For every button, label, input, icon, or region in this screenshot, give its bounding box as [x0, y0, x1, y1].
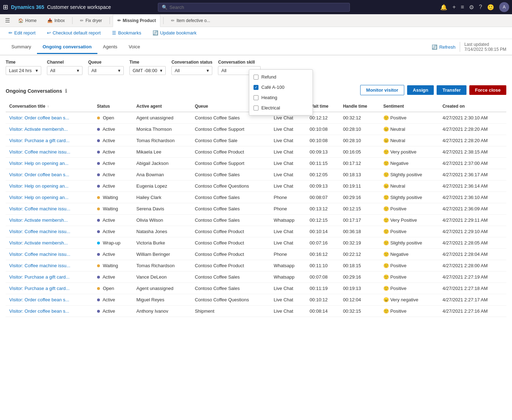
- conversation-link[interactable]: Visitor: Order coffee bean s...: [9, 115, 69, 120]
- refresh-icon: 🔄: [432, 44, 437, 50]
- skill-refund-label: Refund: [261, 74, 276, 80]
- skill-option-electrical[interactable]: Electrical: [249, 103, 313, 113]
- conversation-link[interactable]: Visitor: Purchase a gift card...: [9, 138, 70, 143]
- conversation-link[interactable]: Visitor: Coffee machine issu...: [9, 252, 70, 257]
- filter-timezone-select[interactable]: GMT -08:00 ▾: [129, 66, 166, 75]
- checkbox-heating[interactable]: [254, 95, 258, 100]
- chevron-down-icon-3: ▾: [118, 68, 121, 73]
- checkbox-electrical[interactable]: [254, 106, 258, 111]
- menu-icon[interactable]: ≡: [461, 4, 464, 10]
- tab-ongoing-conversation[interactable]: Ongoing conversation: [37, 41, 97, 54]
- checkbox-cafe[interactable]: [254, 85, 258, 90]
- conversation-link[interactable]: Visitor: Coffee machine issu...: [9, 149, 70, 155]
- conversation-link[interactable]: Visitor: Order coffee bean s...: [9, 308, 69, 314]
- queue-cell: Contoso Coffee Product: [191, 237, 270, 249]
- search-input[interactable]: [170, 5, 346, 10]
- conversation-link[interactable]: Visitor: Activate membersh...: [9, 217, 68, 223]
- edit-report-button[interactable]: ✏ Edit report: [6, 29, 38, 37]
- help-icon[interactable]: ?: [479, 4, 482, 10]
- tab-missing-product[interactable]: ✏ Missing Product: [113, 14, 160, 27]
- bookmarks-button[interactable]: ☰ Bookmarks: [109, 29, 144, 37]
- status-text: Active: [102, 229, 115, 234]
- hamburger-button[interactable]: ☰: [3, 16, 12, 25]
- sentiment-positive-icon: 🙂: [383, 240, 389, 246]
- filter-time-label: Time: [6, 60, 41, 65]
- status-text: Active: [102, 308, 115, 314]
- refresh-button[interactable]: 🔄 Refresh: [432, 44, 455, 50]
- handle-time-cell: 00:18:13: [340, 169, 380, 181]
- conversation-link[interactable]: Visitor: Coffee machine issu...: [9, 263, 70, 268]
- conversation-link[interactable]: Visitor: Activate membersh...: [9, 240, 68, 246]
- filter-queue-select[interactable]: All ▾: [88, 66, 124, 75]
- skill-option-heating[interactable]: Heating: [249, 92, 313, 103]
- wait-time-cell: 00:11:15: [306, 158, 340, 169]
- col-conversation-title[interactable]: Conversation title ↑: [6, 101, 94, 112]
- conversation-link[interactable]: Visitor: Coffee machine issu...: [9, 206, 70, 211]
- conversation-link[interactable]: Visitor: Activate membersh...: [9, 126, 68, 132]
- conversation-link[interactable]: Visitor: Purchase a gift card...: [9, 286, 70, 291]
- grid-icon[interactable]: ⊞: [3, 3, 8, 11]
- status-text: Waiting: [103, 195, 118, 200]
- checkbox-refund[interactable]: [254, 75, 258, 80]
- handle-time-cell: 00:19:13: [340, 283, 380, 294]
- agent-cell: Anthony Ivanov: [133, 306, 191, 317]
- feedback-icon[interactable]: 🙂: [487, 4, 494, 11]
- search-bar[interactable]: 🔍: [158, 3, 350, 12]
- table-row: Visitor: Coffee machine issu... Waiting …: [6, 203, 506, 215]
- wait-time-cell: 00:10:12: [306, 294, 340, 306]
- checkout-report-button[interactable]: ↩ Checkout default report: [44, 29, 103, 37]
- tab-agents[interactable]: Agents: [97, 41, 123, 54]
- conversation-link[interactable]: Visitor: Coffee machine issu...: [9, 229, 70, 234]
- conversation-link[interactable]: Visitor: Help on opening an...: [9, 161, 69, 166]
- assign-button[interactable]: Assign: [407, 85, 434, 95]
- filter-time-select[interactable]: Last 24 hrs ▾: [6, 66, 41, 75]
- channel-cell: Whatsapp: [270, 260, 306, 271]
- update-bookmark-label: Update bookmark: [160, 30, 197, 36]
- tab-summary[interactable]: Summary: [6, 41, 37, 54]
- skill-dropdown[interactable]: Refund Café A-100 Heating Electrical: [249, 69, 313, 115]
- col-handle-time[interactable]: Handle time: [340, 101, 380, 112]
- tab-fix-dryer-label: Fix dryer: [85, 18, 102, 23]
- queue-cell: Contoso Coffee Product: [191, 226, 270, 237]
- skill-cafe-label: Café A-100: [261, 85, 284, 90]
- chevron-down-icon-4: ▾: [160, 68, 162, 73]
- chevron-down-icon-5: ▾: [207, 68, 209, 73]
- conversation-link[interactable]: Visitor: Purchase a gift card...: [9, 274, 70, 280]
- channel-cell: Live Chat: [270, 124, 306, 135]
- tab-item-defective[interactable]: ✏ Item defective o...: [166, 14, 215, 27]
- tab-fix-dryer[interactable]: ✏ Fix dryer: [75, 14, 107, 27]
- col-status[interactable]: Status: [94, 101, 133, 112]
- channel-cell: Live Chat: [270, 306, 306, 317]
- conversations-table: Conversation title ↑ Status Active agent…: [6, 101, 506, 317]
- settings-icon[interactable]: ⚙: [469, 4, 474, 11]
- notification-icon[interactable]: 🔔: [440, 4, 447, 11]
- filter-conv-status-select[interactable]: All ▾: [171, 66, 212, 75]
- conversation-link[interactable]: Visitor: Help on opening an...: [9, 195, 69, 200]
- skill-option-cafe[interactable]: Café A-100: [249, 82, 313, 92]
- wait-time-cell: 00:09:13: [306, 146, 340, 158]
- sub-tabs-left: Summary Ongoing conversation Agents Voic…: [6, 41, 146, 53]
- filter-channel-select[interactable]: All ▾: [47, 66, 82, 75]
- info-icon[interactable]: ℹ: [65, 88, 67, 94]
- transfer-button[interactable]: Transfer: [437, 85, 466, 95]
- created-on-cell: 4/27/2021 2:36:17 AM: [439, 169, 506, 181]
- tab-voice[interactable]: Voice: [123, 41, 146, 54]
- agent-cell: Agent unassigned: [133, 283, 191, 294]
- tab-inbox[interactable]: 📥 Inbox: [43, 14, 69, 27]
- monitor-visitor-button[interactable]: Monitor visitor: [360, 85, 404, 95]
- table-row: Visitor: Coffee machine issu... Active M…: [6, 146, 506, 158]
- col-active-agent[interactable]: Active agent: [133, 101, 191, 112]
- conversation-link[interactable]: Visitor: Order coffee bean s...: [9, 297, 69, 302]
- conversation-link[interactable]: Visitor: Order coffee bean s...: [9, 172, 69, 177]
- filter-queue-label: Queue: [88, 60, 124, 65]
- update-bookmark-button[interactable]: 🔄 Update bookmark: [150, 29, 199, 37]
- tab-home[interactable]: 🏠 Home: [14, 14, 41, 27]
- avatar[interactable]: A: [499, 2, 509, 12]
- col-sentiment[interactable]: Sentiment: [380, 101, 439, 112]
- conversation-link[interactable]: Visitor: Help on opening an...: [9, 183, 69, 189]
- sentiment-cell: 😠 Very negative: [380, 294, 439, 306]
- col-created-on[interactable]: Created on: [439, 101, 506, 112]
- force-close-button[interactable]: Force close: [469, 85, 506, 95]
- skill-option-refund[interactable]: Refund: [249, 72, 313, 82]
- add-icon[interactable]: +: [452, 4, 455, 10]
